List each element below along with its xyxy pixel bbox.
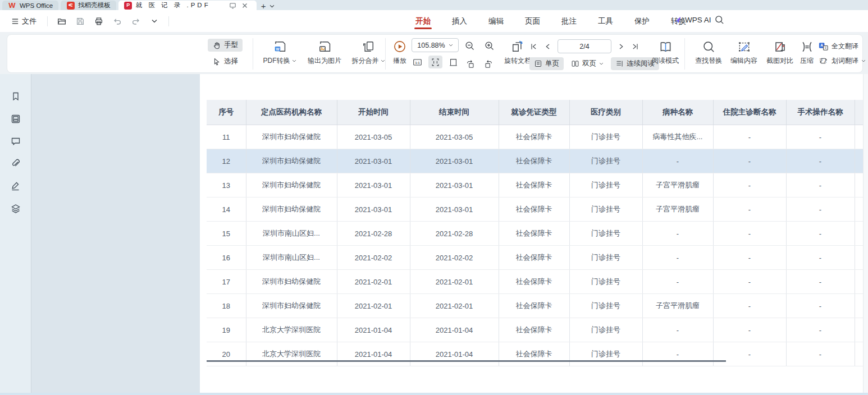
- sidebar-attachment-button[interactable]: [0, 153, 31, 175]
- table-cell: 2021-02-02: [410, 246, 499, 270]
- read-mode-button[interactable]: 阅读模式: [648, 38, 682, 66]
- single-page-mode-button[interactable]: 单页: [529, 57, 564, 70]
- sidebar-bookmark-button[interactable]: [0, 85, 31, 108]
- layers-icon: [10, 203, 21, 214]
- pdf-convert-button[interactable]: W PDF转换: [255, 38, 304, 66]
- page-indicator-value: 2/4: [579, 43, 589, 50]
- page-number-input[interactable]: 2/4: [558, 39, 611, 53]
- quick-access-chevron[interactable]: [148, 15, 161, 28]
- fit-width-button[interactable]: [428, 56, 442, 68]
- table-cell: -: [786, 270, 855, 294]
- table-cell: 门诊挂号: [569, 270, 642, 294]
- tab-wps-office[interactable]: W WPS Office: [2, 1, 58, 10]
- menu-search-button[interactable]: [714, 15, 725, 25]
- hand-tool-button[interactable]: 手型: [208, 39, 243, 52]
- table-cell: 14: [207, 198, 246, 222]
- rotate-left-button[interactable]: [463, 57, 477, 70]
- search-icon: [714, 15, 725, 25]
- export-image-icon: [300, 38, 349, 56]
- select-tool-button[interactable]: 选择: [208, 55, 243, 68]
- tab-list-chevron-icon[interactable]: [269, 4, 275, 8]
- table-cell: -: [713, 270, 786, 294]
- table-cell: 2021-01-04: [410, 318, 499, 342]
- table-cell-cutoff: [855, 149, 863, 173]
- save-button[interactable]: [74, 15, 87, 28]
- menu-tab-工具[interactable]: 工具: [597, 11, 614, 31]
- menu-tab-开始[interactable]: 开始: [414, 11, 432, 31]
- sidebar-signature-button[interactable]: [0, 175, 31, 198]
- tab-medical-record-pdf[interactable]: P 就 医 记 录 .PDF: [118, 1, 257, 10]
- table-cell: -: [786, 149, 855, 173]
- menu-tab-编辑[interactable]: 编辑: [487, 11, 505, 31]
- print-button[interactable]: [92, 15, 106, 28]
- table-cell: 病毒性其他疾...: [642, 125, 713, 149]
- table-cell: 门诊挂号: [569, 173, 642, 198]
- file-menu-button[interactable]: 文件: [8, 14, 40, 29]
- table-cell: 社会保障卡: [499, 342, 569, 366]
- hand-icon: [212, 41, 221, 50]
- table-cell: -: [642, 149, 713, 173]
- new-tab-button[interactable]: +: [261, 2, 266, 10]
- actual-size-button[interactable]: 1:1: [410, 56, 424, 68]
- column-header: 就诊凭证类型: [499, 100, 569, 125]
- table-cell: 2021-03-01: [337, 149, 410, 173]
- zoom-in-button[interactable]: [482, 39, 496, 52]
- compress-button[interactable]: 压缩: [794, 38, 819, 66]
- chevron-down-icon: [152, 19, 157, 23]
- tab-docer-templates[interactable]: ᕙ 找稻壳模板: [61, 1, 116, 10]
- table-cell: 19: [207, 318, 246, 342]
- sidebar-comment-button[interactable]: [0, 130, 31, 153]
- first-page-button[interactable]: [529, 42, 538, 51]
- sidebar-layers-button[interactable]: [0, 198, 31, 220]
- vertical-scrollbar[interactable]: [863, 74, 868, 395]
- wps-ai-button[interactable]: WPS AI: [673, 15, 711, 25]
- undo-button[interactable]: [111, 15, 124, 28]
- previous-page-icon: [543, 42, 552, 51]
- menu-bar: 文件 开始插入编辑页面批注工具保护转换: [0, 10, 868, 33]
- edit-content-button[interactable]: 编辑内容: [726, 38, 762, 66]
- export-image-button[interactable]: 输出为图片: [300, 38, 349, 66]
- double-page-mode-button[interactable]: 双页: [567, 57, 608, 70]
- table-bottom-border: [207, 360, 726, 362]
- open-file-button[interactable]: [55, 15, 68, 28]
- table-cell: 社会保障卡: [499, 318, 569, 342]
- table-cell: 2021-03-01: [410, 149, 499, 173]
- table-cell: -: [713, 318, 786, 342]
- table-cell: -: [713, 294, 786, 318]
- menu-tab-保护[interactable]: 保护: [633, 11, 651, 31]
- tab-monitor-icon[interactable]: [229, 2, 237, 10]
- menu-tab-页面[interactable]: 页面: [524, 11, 541, 31]
- sidebar-thumbnails-button[interactable]: [0, 108, 31, 130]
- table-cell: 2021-02-01: [337, 294, 410, 318]
- screenshot-compare-button[interactable]: 截图对比: [762, 38, 798, 66]
- double-page-icon: [571, 59, 579, 68]
- last-page-button[interactable]: [631, 42, 639, 51]
- table-cell: 2021-03-05: [337, 125, 410, 149]
- menu-tab-插入[interactable]: 插入: [451, 11, 468, 31]
- table-cell-cutoff: [855, 173, 863, 198]
- redo-button[interactable]: [129, 15, 143, 28]
- fit-page-button[interactable]: [446, 56, 460, 68]
- full-translate-button[interactable]: A文 全文翻译: [818, 39, 867, 53]
- rotate-right-button[interactable]: [482, 57, 496, 70]
- zoom-level-select[interactable]: 105.88%: [412, 38, 459, 52]
- find-replace-icon: [690, 38, 727, 56]
- tab-close-icon[interactable]: [241, 2, 248, 9]
- column-header: 病种名称: [642, 100, 713, 125]
- svg-text:字: 字: [820, 57, 823, 61]
- next-page-icon: [616, 42, 625, 51]
- menu-tab-批注[interactable]: 批注: [560, 11, 578, 31]
- chevron-down-icon: [292, 59, 296, 62]
- next-page-button[interactable]: [616, 42, 625, 51]
- find-replace-label: 查找替换: [695, 56, 722, 66]
- zoom-out-button[interactable]: [463, 39, 477, 52]
- table-cell: 2021-01-04: [337, 342, 410, 366]
- table-cell: -: [786, 222, 855, 246]
- split-merge-label: 拆分合并: [352, 56, 379, 66]
- find-replace-button[interactable]: 查找替换: [690, 38, 727, 66]
- table-cell: 门诊挂号: [569, 342, 642, 366]
- previous-page-button[interactable]: [543, 42, 552, 51]
- word-translate-button[interactable]: 字A 划词翻译: [818, 53, 867, 68]
- one-to-one-icon: 1:1: [412, 57, 423, 67]
- compress-label: 压缩: [800, 56, 814, 66]
